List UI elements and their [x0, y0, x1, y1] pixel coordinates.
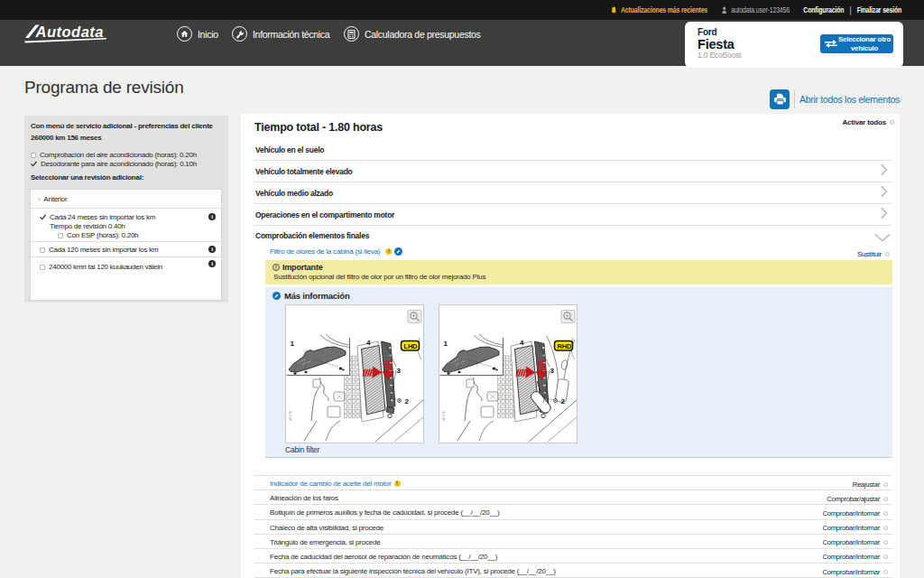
svg-text:AD10198: AD10198 — [442, 411, 446, 421]
svg-text:2: 2 — [405, 397, 410, 406]
svg-text:4: 4 — [366, 339, 371, 347]
svg-text:AD10198: AD10198 — [289, 411, 292, 421]
svg-text:3: 3 — [397, 367, 402, 375]
svg-text:1: 1 — [291, 340, 295, 348]
svg-text:3: 3 — [550, 367, 555, 375]
svg-text:1: 1 — [444, 340, 448, 348]
svg-text:2: 2 — [561, 397, 566, 406]
svg-text:RHD: RHD — [558, 342, 572, 350]
svg-text:Autodata: Autodata — [35, 23, 105, 40]
svg-text:4: 4 — [520, 339, 524, 347]
svg-text:LHD: LHD — [404, 342, 419, 350]
